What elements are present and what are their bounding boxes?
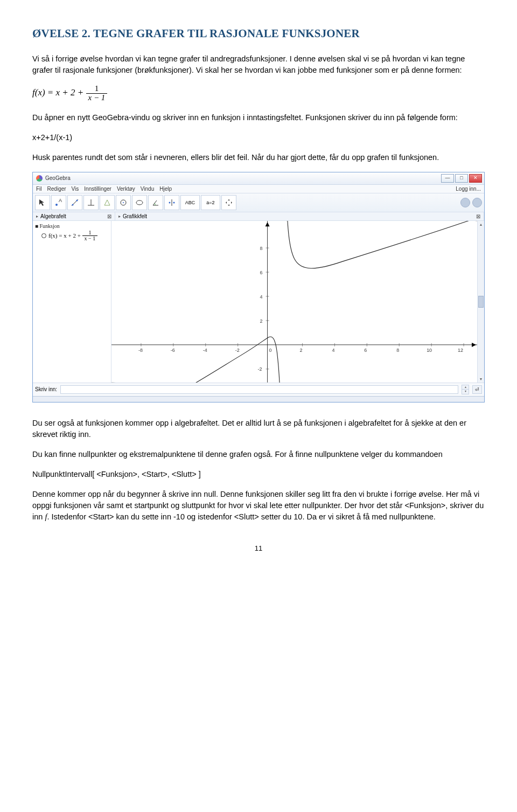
paragraph-6: Denne kommer opp når du begynner å skriv…	[32, 489, 485, 523]
svg-text:2: 2	[299, 347, 302, 352]
menu-file[interactable]: Fil	[36, 186, 42, 192]
svg-text:-8: -8	[138, 347, 143, 352]
page-heading: ØVELSE 2. TEGNE GRAFER TIL RASJONALE FUN…	[32, 27, 485, 40]
svg-rect-34	[111, 221, 477, 383]
help-icon[interactable]	[460, 198, 470, 207]
svg-point-9	[123, 202, 124, 203]
svg-text:8: 8	[396, 347, 399, 352]
login-link[interactable]: Logg inn...	[456, 186, 481, 192]
svg-point-10	[136, 200, 143, 205]
formula-fraction: 1 x − 1	[86, 85, 108, 102]
svg-point-4	[76, 199, 78, 201]
geogebra-logo-icon	[36, 175, 43, 182]
svg-text:-6: -6	[171, 347, 175, 352]
close-icon[interactable]: ⊠	[476, 213, 480, 219]
svg-text:-4: -4	[203, 347, 207, 352]
statusbar	[33, 396, 484, 402]
svg-text:12: 12	[458, 347, 463, 352]
command-input[interactable]	[60, 385, 458, 394]
svg-text:-2: -2	[258, 366, 262, 371]
code-line: x+2+1/(x-1)	[32, 132, 485, 143]
window-titlebar: GeoGebra — □ ✕	[33, 172, 484, 185]
algebra-panel-header[interactable]: ▸ Algebrafelt ⊠	[33, 212, 115, 220]
svg-text:8: 8	[260, 246, 263, 251]
menubar: Fil Rediger Vis Innstillinger Verktøy Vi…	[33, 185, 484, 193]
input-stepper[interactable]: ▴▾	[462, 385, 469, 394]
svg-text:2: 2	[260, 318, 263, 324]
svg-text:6: 6	[364, 347, 367, 352]
enter-button[interactable]: ⏎	[472, 385, 482, 394]
graphics-panel[interactable]: -8 -6 -4 -2 0 2 4 6 8 10 12 8 6 4	[111, 221, 477, 383]
svg-point-12	[173, 202, 175, 203]
scroll-up-icon[interactable]: ▴	[480, 222, 482, 227]
tool-polygon[interactable]	[100, 195, 115, 210]
tool-move-view[interactable]	[221, 195, 236, 210]
paragraph-4: Du ser også at funksjonen kommer opp i a…	[32, 418, 485, 440]
graphics-panel-header[interactable]: ▸ Grafikkfelt ⊠	[115, 212, 484, 220]
toolbar: A ABC a=2	[33, 193, 484, 212]
algebra-item[interactable]: f(x) = x + 2 + 1 x − 1	[41, 230, 109, 242]
menu-help[interactable]: Hjelp	[159, 186, 172, 192]
svg-point-3	[72, 204, 74, 205]
tool-reflect[interactable]	[164, 195, 179, 210]
window-title: GeoGebra	[45, 175, 71, 181]
tool-angle[interactable]	[148, 195, 163, 210]
svg-text:0: 0	[269, 347, 272, 352]
expand-icon: ▸	[36, 214, 38, 219]
svg-text:4: 4	[332, 347, 334, 352]
svg-text:4: 4	[260, 294, 263, 300]
svg-point-0	[55, 204, 58, 206]
menu-edit[interactable]: Rediger	[47, 186, 66, 192]
command-line: NullpunktIntervall[ <Funksjon>, <Start>,…	[32, 469, 485, 480]
undo-icon[interactable]	[472, 198, 482, 207]
input-bar: Skriv inn: ▴▾ ⏎	[33, 383, 484, 396]
tool-point[interactable]: A	[51, 195, 66, 210]
tool-circle[interactable]	[116, 195, 131, 210]
close-icon[interactable]: ⊠	[107, 213, 111, 219]
geogebra-window: GeoGebra — □ ✕ Fil Rediger Vis Innstilli…	[32, 172, 485, 402]
svg-point-11	[169, 202, 171, 203]
scroll-thumb[interactable]	[478, 296, 484, 308]
formula-lhs: f(x) = x + 2 +	[32, 87, 83, 98]
expand-icon: ▸	[118, 214, 121, 219]
scroll-down-icon[interactable]: ▾	[480, 377, 482, 381]
svg-text:A: A	[59, 198, 62, 203]
algebra-category: ■ Funksjon	[35, 223, 109, 229]
tool-slider[interactable]: a=2	[201, 195, 220, 210]
minimize-button[interactable]: —	[441, 174, 454, 183]
input-label: Skriv inn:	[35, 386, 57, 392]
algebra-panel: ■ Funksjon f(x) = x + 2 + 1 x − 1	[33, 221, 111, 383]
tool-text[interactable]: ABC	[180, 195, 200, 210]
paragraph-2: Du åpner en nytt GeoGebra-vindu og skriv…	[32, 112, 485, 123]
display-formula: f(x) = x + 2 + 1 x − 1	[32, 85, 485, 102]
tool-line[interactable]	[67, 195, 82, 210]
menu-settings[interactable]: Innstillinger	[84, 186, 111, 192]
maximize-button[interactable]: □	[455, 174, 468, 183]
paragraph-3: Husk parentes rundt det som står i nevne…	[32, 152, 485, 163]
svg-text:-2: -2	[235, 347, 240, 352]
paragraph-1: Vi så i forrige øvelse hvordan vi kan te…	[32, 53, 485, 76]
page-number: 11	[32, 544, 485, 552]
menu-window[interactable]: Vindu	[141, 186, 154, 192]
svg-marker-7	[104, 200, 110, 205]
menu-view[interactable]: Vis	[72, 186, 79, 192]
menu-tools[interactable]: Verktøy	[117, 186, 135, 192]
tool-ellipse[interactable]	[132, 195, 147, 210]
tool-perpendicular[interactable]	[83, 195, 99, 210]
tool-move[interactable]	[35, 195, 50, 210]
visibility-toggle-icon[interactable]	[41, 233, 46, 238]
svg-text:6: 6	[260, 270, 263, 275]
scrollbar[interactable]: ▴ ▾	[477, 221, 484, 383]
svg-text:10: 10	[427, 347, 432, 352]
paragraph-5: Du kan finne nullpunkter og ekstremalpun…	[32, 449, 485, 460]
close-button[interactable]: ✕	[469, 174, 482, 183]
